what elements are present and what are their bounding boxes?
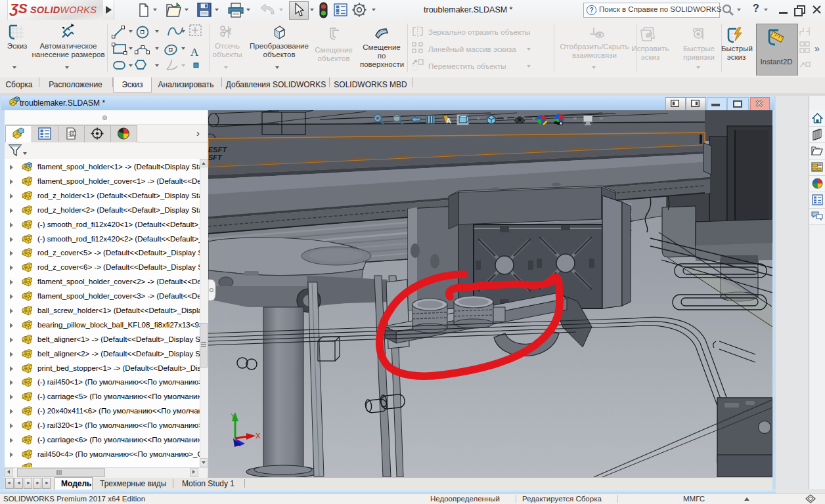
svg-text:Y: Y: [231, 412, 236, 420]
svg-text:ESFT: ESFT: [208, 146, 227, 154]
svg-text:A: A: [190, 46, 199, 58]
svg-text:A: A: [446, 117, 451, 125]
svg-text:SFT: SFT: [208, 154, 223, 161]
svg-text:X: X: [256, 432, 261, 440]
